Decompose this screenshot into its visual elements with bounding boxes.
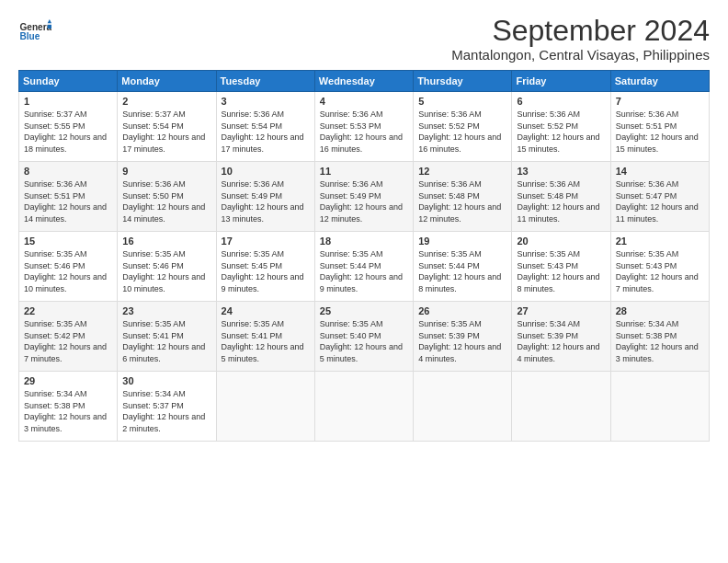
day-number: 10: [222, 166, 310, 177]
day-number: 17: [222, 236, 310, 247]
day-number: 22: [24, 305, 112, 316]
table-cell: 24 Sunrise: 5:35 AMSunset: 5:41 PMDaylig…: [216, 302, 314, 372]
table-cell: 28 Sunrise: 5:34 AMSunset: 5:38 PMDaylig…: [610, 302, 709, 372]
table-cell: 22 Sunrise: 5:35 AMSunset: 5:42 PMDaylig…: [19, 302, 118, 372]
table-cell: 2 Sunrise: 5:37 AMSunset: 5:54 PMDayligh…: [118, 92, 216, 162]
table-cell: 3 Sunrise: 5:36 AMSunset: 5:54 PMDayligh…: [216, 92, 314, 162]
table-cell: 19 Sunrise: 5:35 AMSunset: 5:44 PMDaylig…: [414, 232, 512, 302]
location-title: Mantalongon, Central Visayas, Philippine…: [451, 47, 710, 63]
col-tuesday: Tuesday: [216, 71, 314, 92]
day-number: 1: [24, 96, 112, 107]
day-detail: Sunrise: 5:35 AMSunset: 5:44 PMDaylight:…: [418, 248, 506, 294]
day-detail: Sunrise: 5:36 AMSunset: 5:54 PMDaylight:…: [222, 109, 310, 155]
day-number: 16: [122, 236, 210, 247]
day-detail: Sunrise: 5:34 AMSunset: 5:39 PMDaylight:…: [517, 318, 605, 364]
day-detail: Sunrise: 5:35 AMSunset: 5:46 PMDaylight:…: [24, 248, 112, 294]
day-detail: Sunrise: 5:37 AMSunset: 5:55 PMDaylight:…: [24, 109, 112, 155]
day-number: 29: [24, 375, 112, 386]
day-detail: Sunrise: 5:36 AMSunset: 5:52 PMDaylight:…: [418, 109, 506, 155]
col-friday: Friday: [512, 71, 610, 92]
month-title: September 2024: [451, 15, 710, 47]
day-number: 21: [616, 236, 704, 247]
day-detail: Sunrise: 5:36 AMSunset: 5:49 PMDaylight:…: [222, 178, 310, 224]
table-cell: 1 Sunrise: 5:37 AMSunset: 5:55 PMDayligh…: [19, 92, 118, 162]
day-number: 30: [122, 375, 210, 386]
day-detail: Sunrise: 5:36 AMSunset: 5:49 PMDaylight:…: [320, 178, 408, 224]
day-detail: Sunrise: 5:35 AMSunset: 5:41 PMDaylight:…: [222, 318, 310, 364]
day-detail: Sunrise: 5:36 AMSunset: 5:51 PMDaylight:…: [616, 109, 704, 155]
day-number: 5: [418, 96, 506, 107]
col-monday: Monday: [118, 71, 216, 92]
table-cell: 17 Sunrise: 5:35 AMSunset: 5:45 PMDaylig…: [216, 232, 314, 302]
day-detail: Sunrise: 5:35 AMSunset: 5:43 PMDaylight:…: [616, 248, 704, 294]
col-sunday: Sunday: [19, 71, 118, 92]
day-detail: Sunrise: 5:34 AMSunset: 5:38 PMDaylight:…: [24, 388, 112, 434]
logo-icon: General Blue: [18, 15, 51, 48]
day-detail: Sunrise: 5:35 AMSunset: 5:39 PMDaylight:…: [418, 318, 506, 364]
day-detail: Sunrise: 5:35 AMSunset: 5:46 PMDaylight:…: [122, 248, 210, 294]
day-number: 20: [517, 236, 605, 247]
day-number: 8: [24, 166, 112, 177]
day-detail: Sunrise: 5:36 AMSunset: 5:48 PMDaylight:…: [418, 178, 506, 224]
header: General Blue September 2024 Mantalongon,…: [18, 15, 710, 63]
table-cell: [414, 372, 512, 442]
table-cell: 7 Sunrise: 5:36 AMSunset: 5:51 PMDayligh…: [610, 92, 709, 162]
day-number: 2: [122, 96, 210, 107]
table-cell: 30 Sunrise: 5:34 AMSunset: 5:37 PMDaylig…: [118, 372, 216, 442]
table-cell: 8 Sunrise: 5:36 AMSunset: 5:51 PMDayligh…: [19, 162, 118, 232]
table-cell: 16 Sunrise: 5:35 AMSunset: 5:46 PMDaylig…: [118, 232, 216, 302]
day-number: 14: [616, 166, 704, 177]
calendar-table: Sunday Monday Tuesday Wednesday Thursday…: [18, 70, 710, 442]
day-number: 15: [24, 236, 112, 247]
day-number: 27: [517, 305, 605, 316]
table-cell: 23 Sunrise: 5:35 AMSunset: 5:41 PMDaylig…: [118, 302, 216, 372]
table-cell: 6 Sunrise: 5:36 AMSunset: 5:52 PMDayligh…: [512, 92, 610, 162]
day-number: 12: [418, 166, 506, 177]
table-cell: [216, 372, 314, 442]
day-number: 4: [320, 96, 408, 107]
day-detail: Sunrise: 5:35 AMSunset: 5:42 PMDaylight:…: [24, 318, 112, 364]
table-cell: 4 Sunrise: 5:36 AMSunset: 5:53 PMDayligh…: [314, 92, 413, 162]
day-number: 23: [122, 305, 210, 316]
table-cell: [314, 372, 413, 442]
table-cell: 27 Sunrise: 5:34 AMSunset: 5:39 PMDaylig…: [512, 302, 610, 372]
day-detail: Sunrise: 5:37 AMSunset: 5:54 PMDaylight:…: [122, 109, 210, 155]
day-number: 7: [616, 96, 704, 107]
svg-marker-3: [48, 25, 51, 29]
day-number: 25: [320, 305, 408, 316]
table-cell: 15 Sunrise: 5:35 AMSunset: 5:46 PMDaylig…: [19, 232, 118, 302]
table-cell: 12 Sunrise: 5:36 AMSunset: 5:48 PMDaylig…: [414, 162, 512, 232]
table-cell: [610, 372, 709, 442]
day-number: 24: [222, 305, 310, 316]
day-detail: Sunrise: 5:35 AMSunset: 5:45 PMDaylight:…: [222, 248, 310, 294]
logo: General Blue: [18, 15, 51, 48]
day-number: 18: [320, 236, 408, 247]
table-cell: 14 Sunrise: 5:36 AMSunset: 5:47 PMDaylig…: [610, 162, 709, 232]
table-cell: 9 Sunrise: 5:36 AMSunset: 5:50 PMDayligh…: [118, 162, 216, 232]
day-number: 3: [222, 96, 310, 107]
table-cell: 29 Sunrise: 5:34 AMSunset: 5:38 PMDaylig…: [19, 372, 118, 442]
day-number: 11: [320, 166, 408, 177]
day-detail: Sunrise: 5:34 AMSunset: 5:37 PMDaylight:…: [122, 388, 210, 434]
day-detail: Sunrise: 5:36 AMSunset: 5:52 PMDaylight:…: [517, 109, 605, 155]
day-number: 26: [418, 305, 506, 316]
day-detail: Sunrise: 5:35 AMSunset: 5:41 PMDaylight:…: [122, 318, 210, 364]
day-number: 19: [418, 236, 506, 247]
table-cell: 11 Sunrise: 5:36 AMSunset: 5:49 PMDaylig…: [314, 162, 413, 232]
day-detail: Sunrise: 5:36 AMSunset: 5:51 PMDaylight:…: [24, 178, 112, 224]
col-thursday: Thursday: [414, 71, 512, 92]
table-cell: 5 Sunrise: 5:36 AMSunset: 5:52 PMDayligh…: [414, 92, 512, 162]
day-number: 13: [517, 166, 605, 177]
table-cell: 10 Sunrise: 5:36 AMSunset: 5:49 PMDaylig…: [216, 162, 314, 232]
day-number: 9: [122, 166, 210, 177]
day-detail: Sunrise: 5:35 AMSunset: 5:44 PMDaylight:…: [320, 248, 408, 294]
day-detail: Sunrise: 5:36 AMSunset: 5:48 PMDaylight:…: [517, 178, 605, 224]
table-cell: 13 Sunrise: 5:36 AMSunset: 5:48 PMDaylig…: [512, 162, 610, 232]
table-cell: 26 Sunrise: 5:35 AMSunset: 5:39 PMDaylig…: [414, 302, 512, 372]
table-cell: 21 Sunrise: 5:35 AMSunset: 5:43 PMDaylig…: [610, 232, 709, 302]
table-cell: 18 Sunrise: 5:35 AMSunset: 5:44 PMDaylig…: [314, 232, 413, 302]
day-number: 28: [616, 305, 704, 316]
svg-text:General: General: [19, 22, 51, 32]
page-container: General Blue September 2024 Mantalongon,…: [0, 0, 728, 451]
day-detail: Sunrise: 5:36 AMSunset: 5:47 PMDaylight:…: [616, 178, 704, 224]
